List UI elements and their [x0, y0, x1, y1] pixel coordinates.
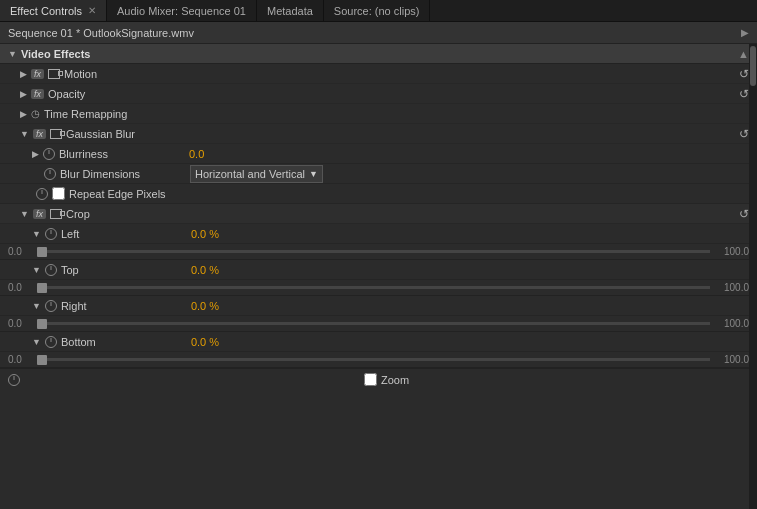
crop-label: Crop	[66, 208, 739, 220]
top-expand-arrow[interactable]	[32, 265, 41, 275]
opacity-label: Opacity	[48, 88, 739, 100]
repeat-edge-stopwatch-icon[interactable]	[36, 188, 48, 200]
gaussian-blur-reset-icon[interactable]: ↺	[739, 127, 749, 141]
top-slider-max: 100.0	[714, 282, 749, 293]
left-label: Left	[61, 228, 191, 240]
sequence-header: Sequence 01 * OutlookSignature.wmv ▶	[0, 22, 757, 44]
top-slider-track[interactable]	[37, 286, 710, 289]
top-prop-row: Top 0.0 %	[0, 260, 757, 280]
bottom-slider-thumb[interactable]	[37, 355, 47, 365]
blurriness-value[interactable]: 0.0	[189, 148, 249, 160]
right-slider-track[interactable]	[37, 322, 710, 325]
tab-metadata[interactable]: Metadata	[257, 0, 324, 21]
blurriness-stopwatch-icon[interactable]	[43, 148, 55, 160]
opacity-effect-row[interactable]: fx Opacity ↺	[0, 84, 757, 104]
motion-label: Motion	[64, 68, 739, 80]
blur-dimensions-row: Blur Dimensions Horizontal and Vertical …	[0, 164, 757, 184]
right-slider-container: 0.0 100.0	[0, 316, 757, 332]
gaussian-blur-fx-badge: fx	[33, 129, 46, 139]
blurriness-prop-row: Blurriness 0.0	[0, 144, 757, 164]
right-prop-row: Right 0.0 %	[0, 296, 757, 316]
close-tab-icon[interactable]: ✕	[88, 5, 96, 16]
zoom-label: Zoom	[381, 374, 409, 386]
bottom-prop-row: Bottom 0.0 %	[0, 332, 757, 352]
repeat-edge-label: Repeat Edge Pixels	[69, 188, 166, 200]
zoom-checkbox[interactable]	[364, 373, 377, 386]
blur-dimensions-value: Horizontal and Vertical	[195, 168, 305, 180]
tab-source-label: Source: (no clips)	[334, 5, 420, 17]
right-slider-max: 100.0	[714, 318, 749, 329]
left-stopwatch-icon[interactable]	[45, 228, 57, 240]
gaussian-blur-effect-row[interactable]: fx Gaussian Blur ↺	[0, 124, 757, 144]
top-slider-thumb[interactable]	[37, 283, 47, 293]
top-slider-container: 0.0 100.0	[0, 280, 757, 296]
top-stopwatch-icon[interactable]	[45, 264, 57, 276]
right-value[interactable]: 0.0 %	[191, 300, 251, 312]
time-remapping-effect-row[interactable]: ◷ Time Remapping	[0, 104, 757, 124]
crop-effect-row[interactable]: fx Crop ↺	[0, 204, 757, 224]
gaussian-blur-icon	[50, 129, 62, 139]
crop-icon	[50, 209, 62, 219]
left-slider-min: 0.0	[8, 246, 33, 257]
zoom-row: Zoom	[0, 368, 757, 390]
right-expand-arrow[interactable]	[32, 301, 41, 311]
left-value[interactable]: 0.0 %	[191, 228, 251, 240]
tab-bar: Effect Controls ✕ Audio Mixer: Sequence …	[0, 0, 757, 22]
motion-effect-row[interactable]: fx Motion ↺	[0, 64, 757, 84]
crop-reset-icon[interactable]: ↺	[739, 207, 749, 221]
top-slider-min: 0.0	[8, 282, 33, 293]
scrollbar[interactable]	[749, 44, 757, 509]
blur-dimensions-label: Blur Dimensions	[60, 168, 190, 180]
bottom-slider-track[interactable]	[37, 358, 710, 361]
bottom-slider-max: 100.0	[714, 354, 749, 365]
top-value[interactable]: 0.0 %	[191, 264, 251, 276]
bottom-slider-container: 0.0 100.0	[0, 352, 757, 368]
left-slider-container: 0.0 100.0	[0, 244, 757, 260]
bottom-value[interactable]: 0.0 %	[191, 336, 251, 348]
bottom-slider-min: 0.0	[8, 354, 33, 365]
right-stopwatch-icon[interactable]	[45, 300, 57, 312]
top-label: Top	[61, 264, 191, 276]
motion-reset-icon[interactable]: ↺	[739, 67, 749, 81]
right-slider-min: 0.0	[8, 318, 33, 329]
video-effects-header: Video Effects ▲	[0, 44, 757, 64]
bottom-stopwatch-icon2[interactable]	[8, 374, 20, 386]
motion-icon	[48, 69, 60, 79]
repeat-edge-checkbox[interactable]	[52, 187, 65, 200]
video-effects-expand-arrow[interactable]	[8, 49, 17, 59]
right-slider-thumb[interactable]	[37, 319, 47, 329]
crop-fx-badge: fx	[33, 209, 46, 219]
opacity-reset-icon[interactable]: ↺	[739, 87, 749, 101]
left-slider-max: 100.0	[714, 246, 749, 257]
tab-source[interactable]: Source: (no clips)	[324, 0, 431, 21]
gaussian-blur-label: Gaussian Blur	[66, 128, 739, 140]
bottom-stopwatch-icon[interactable]	[45, 336, 57, 348]
time-remapping-label: Time Remapping	[44, 108, 749, 120]
blur-dimensions-stopwatch-icon[interactable]	[44, 168, 56, 180]
tab-audio-mixer[interactable]: Audio Mixer: Sequence 01	[107, 0, 257, 21]
left-slider-track[interactable]	[37, 250, 710, 253]
main-content: Sequence 01 * OutlookSignature.wmv ▶ Vid…	[0, 22, 757, 509]
scroll-right-arrow[interactable]: ▶	[741, 27, 749, 38]
opacity-expand-arrow[interactable]	[20, 89, 27, 99]
repeat-edge-row: Repeat Edge Pixels	[0, 184, 757, 204]
left-slider-thumb[interactable]	[37, 247, 47, 257]
tab-effect-controls[interactable]: Effect Controls ✕	[0, 0, 107, 21]
blurriness-label: Blurriness	[59, 148, 189, 160]
right-label: Right	[61, 300, 191, 312]
scrollbar-thumb[interactable]	[750, 46, 756, 86]
left-prop-row: Left 0.0 %	[0, 224, 757, 244]
crop-expand-arrow[interactable]	[20, 209, 29, 219]
tab-audio-mixer-label: Audio Mixer: Sequence 01	[117, 5, 246, 17]
left-expand-arrow[interactable]	[32, 229, 41, 239]
motion-expand-arrow[interactable]	[20, 69, 27, 79]
time-remapping-icon: ◷	[31, 108, 40, 119]
gaussian-blur-expand-arrow[interactable]	[20, 129, 29, 139]
bottom-expand-arrow[interactable]	[32, 337, 41, 347]
blurriness-expand-arrow[interactable]	[32, 149, 39, 159]
bottom-label: Bottom	[61, 336, 191, 348]
opacity-fx-badge: fx	[31, 89, 44, 99]
video-effects-label: Video Effects	[21, 48, 91, 60]
time-remapping-expand-arrow[interactable]	[20, 109, 27, 119]
blur-dimensions-dropdown[interactable]: Horizontal and Vertical ▼	[190, 165, 323, 183]
